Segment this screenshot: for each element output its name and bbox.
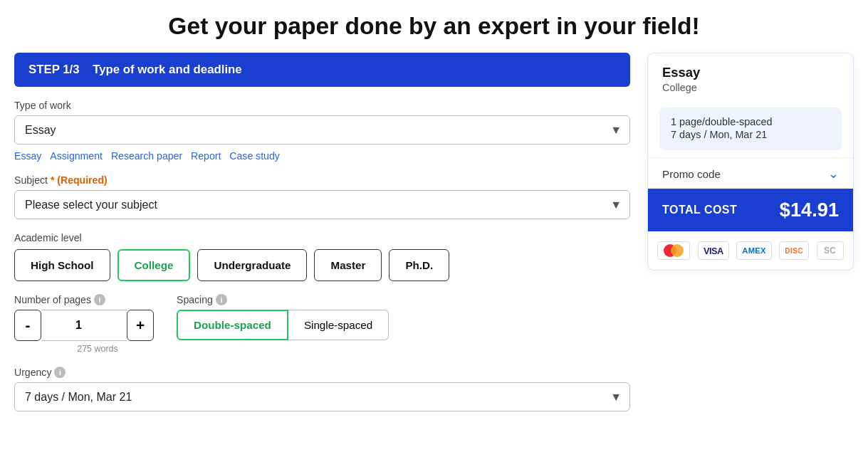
pages-input[interactable] xyxy=(41,310,127,341)
summary-top: Essay College xyxy=(648,53,853,100)
step-label: Type of work and deadline xyxy=(93,63,242,76)
step-header: STEP 1/3 Type of work and deadline xyxy=(14,53,630,87)
quick-link-report[interactable]: Report xyxy=(191,150,221,162)
page-title: Get your paper done by an expert in your… xyxy=(0,0,868,53)
total-cost-amount: $14.91 xyxy=(780,199,839,221)
quick-link-research-paper[interactable]: Research paper xyxy=(111,150,182,162)
academic-btn-high-school[interactable]: High School xyxy=(14,249,110,281)
subject-wrapper: Please select your subject ▼ xyxy=(14,190,630,219)
summary-info-box: 1 page/double-spaced 7 days / Mon, Mar 2… xyxy=(659,107,842,150)
total-cost-bar: TOTAL COST $14.91 xyxy=(648,189,853,231)
quick-link-case-study[interactable]: Case study xyxy=(229,150,279,162)
type-of-work-select[interactable]: Essay Assignment Research paper Report C… xyxy=(14,115,630,145)
academic-btn-phd[interactable]: Ph.D. xyxy=(389,249,449,281)
promo-label: Promo code xyxy=(662,168,721,180)
pages-increment-button[interactable]: + xyxy=(127,310,154,341)
pages-group: Number of pages i - + 275 words xyxy=(14,294,154,354)
academic-section: Academic level High School College Under… xyxy=(14,232,630,281)
subject-section: Subject * (Required) Please select your … xyxy=(14,174,630,219)
pages-spacing-row: Number of pages i - + 275 words Spacing … xyxy=(14,294,630,354)
subject-label: Subject * (Required) xyxy=(14,174,630,186)
academic-btn-college[interactable]: College xyxy=(117,249,191,281)
spacing-info-icon[interactable]: i xyxy=(216,294,227,305)
urgency-label: Urgency i xyxy=(14,367,630,378)
urgency-select[interactable]: 7 days / Mon, Mar 21 xyxy=(14,382,630,411)
pages-controls: - + xyxy=(14,310,154,341)
quick-link-essay[interactable]: Essay xyxy=(14,150,41,162)
promo-row[interactable]: Promo code ⌄ xyxy=(648,157,853,189)
urgency-section: Urgency i 7 days / Mon, Mar 21 ▼ xyxy=(14,367,630,411)
discover-icon: DISC xyxy=(779,241,809,260)
summary-deadline-info: 7 days / Mon, Mar 21 xyxy=(671,129,830,140)
quick-links: Essay Assignment Research paper Report C… xyxy=(14,150,630,162)
quick-link-assignment[interactable]: Assignment xyxy=(50,150,103,162)
spacing-buttons: Double-spaced Single-spaced xyxy=(177,310,389,340)
svg-point-1 xyxy=(671,244,684,257)
words-note: 275 words xyxy=(41,344,154,354)
mastercard-icon xyxy=(657,241,690,260)
order-summary: Essay College 1 page/double-spaced 7 day… xyxy=(647,53,854,271)
academic-btn-master[interactable]: Master xyxy=(314,249,382,281)
pages-decrement-button[interactable]: - xyxy=(14,310,41,341)
step-number: STEP 1/3 xyxy=(28,63,80,76)
promo-chevron-icon: ⌄ xyxy=(828,167,839,182)
spacing-btn-double[interactable]: Double-spaced xyxy=(177,310,288,340)
academic-buttons: High School College Undergraduate Master… xyxy=(14,249,630,281)
left-panel: STEP 1/3 Type of work and deadline Type … xyxy=(14,53,630,419)
payment-icons: VISA AMEX DISC SC xyxy=(648,231,853,270)
type-of-work-label: Type of work xyxy=(14,100,630,111)
spacing-btn-single[interactable]: Single-spaced xyxy=(288,310,389,340)
spacing-group: Spacing i Double-spaced Single-spaced xyxy=(177,294,389,340)
right-panel: Essay College 1 page/double-spaced 7 day… xyxy=(647,53,854,271)
pages-label: Number of pages i xyxy=(14,294,154,305)
spacing-label: Spacing i xyxy=(177,294,389,305)
amex-icon: AMEX xyxy=(736,241,771,260)
urgency-wrapper: 7 days / Mon, Mar 21 ▼ xyxy=(14,382,630,411)
academic-btn-undergraduate[interactable]: Undergraduate xyxy=(197,249,307,281)
subject-required: * (Required) xyxy=(51,174,108,186)
summary-type: Essay xyxy=(662,65,839,80)
sc-icon: SC xyxy=(817,241,844,260)
subject-select[interactable]: Please select your subject xyxy=(14,190,630,219)
pages-info-icon[interactable]: i xyxy=(94,294,105,305)
urgency-info-icon[interactable]: i xyxy=(54,367,66,378)
summary-level: College xyxy=(662,82,839,93)
total-cost-label: TOTAL COST xyxy=(662,204,737,216)
summary-pages-info: 1 page/double-spaced xyxy=(671,116,830,127)
academic-label: Academic level xyxy=(14,232,630,243)
visa-icon: VISA xyxy=(698,241,729,260)
type-of-work-wrapper: Essay Assignment Research paper Report C… xyxy=(14,115,630,145)
